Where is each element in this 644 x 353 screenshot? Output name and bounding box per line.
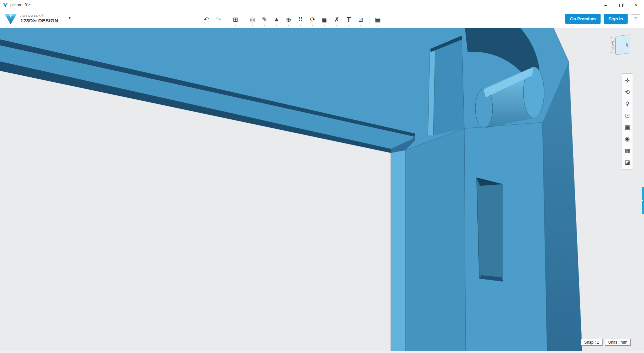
hidden-edges-button[interactable]: ▦ — [622, 145, 633, 156]
model-column-front-face[interactable] — [405, 128, 466, 351]
minimize-button[interactable]: – — [598, 0, 613, 10]
toolbar-separator — [227, 15, 227, 24]
zoom-icon: ⚲ — [625, 100, 629, 107]
window-border-bottom — [0, 351, 644, 353]
undo-button[interactable]: ↶ — [200, 13, 212, 26]
orbit-icon: ⟲ — [625, 89, 630, 96]
model-column-left-face[interactable] — [391, 150, 405, 351]
tools-row: ↶ ↷ ⊞ ◎ ✎ ▲ ⊕ ⠿ ⟳ ▣ ✗ T ⊿ ▤ — [200, 13, 384, 26]
view-cube[interactable]: FRONT TOP — [610, 35, 635, 57]
brand-product: 123D® DESIGN — [20, 18, 58, 23]
tool-snap[interactable]: ✗ — [331, 13, 343, 26]
view-box-button[interactable]: ▣ — [622, 121, 633, 133]
tool-grouping[interactable]: ⟳ — [307, 13, 319, 26]
viewport-canvas[interactable]: FRONT TOP ✛ ⟲ ⚲ ⊡ ▣ ◉ ▦ ◪ Snap : 1 Units… — [0, 28, 644, 351]
tool-modify[interactable]: ⊕ — [283, 13, 295, 26]
undo-icon: ↶ — [204, 16, 209, 23]
hidden-edges-icon: ▦ — [625, 147, 630, 154]
model-post-front-face[interactable] — [433, 36, 464, 135]
sketch-icon: ◎ — [250, 16, 256, 23]
tool-material[interactable]: ▤ — [372, 13, 384, 26]
zoom-button[interactable]: ⚲ — [622, 98, 633, 110]
spline-icon: ✎ — [262, 16, 267, 23]
construct-icon: ▲ — [274, 16, 280, 23]
sign-in-button[interactable]: Sign In — [604, 14, 628, 24]
autodesk-123d-logo-icon — [4, 12, 17, 25]
insert-primitive-button[interactable]: ⊞ — [229, 13, 241, 26]
view-box-icon: ▣ — [625, 124, 630, 131]
view-cube-top-label: TOP — [626, 41, 629, 47]
tool-text[interactable]: T — [343, 13, 355, 26]
toolbar-separator — [369, 15, 369, 24]
view-cube-front-label: FRONT — [611, 40, 614, 51]
tool-pattern[interactable]: ⠿ — [295, 13, 307, 26]
main-menu-caret-icon[interactable]: ▾ — [68, 15, 71, 20]
combine-icon: ▣ — [322, 16, 328, 23]
brand-text: AUTODESK® 123D® DESIGN — [20, 14, 58, 23]
model-slot-hole[interactable] — [477, 178, 503, 282]
material-icon: ▤ — [375, 16, 381, 23]
model-panel-front-face[interactable] — [464, 122, 547, 351]
title-bar: picture_01* – ✕ — [0, 0, 644, 10]
main-toolbar: AUTODESK® 123D® DESIGN ▾ ↶ ↷ ⊞ ◎ ✎ ▲ ⊕ ⠿… — [0, 10, 644, 28]
show-hide-button[interactable]: ◉ — [622, 133, 633, 145]
window-controls: – ✕ — [598, 0, 644, 10]
tool-combine[interactable]: ▣ — [319, 13, 331, 26]
close-icon: ✕ — [635, 3, 638, 8]
zoom-fit-button[interactable]: ⊡ — [622, 110, 633, 121]
collapsed-panel-handle[interactable] — [642, 187, 644, 214]
orbit-button[interactable]: ⟲ — [622, 86, 633, 98]
tool-spline[interactable]: ✎ — [259, 13, 271, 26]
tool-construct[interactable]: ▲ — [271, 13, 283, 26]
snap-icon: ✗ — [334, 16, 339, 23]
redo-icon: ↷ — [216, 16, 221, 23]
navigation-toolbar: ✛ ⟲ ⚲ ⊡ ▣ ◉ ▦ ◪ — [622, 73, 633, 169]
brand-block[interactable]: AUTODESK® 123D® DESIGN — [4, 12, 58, 25]
model-3d[interactable] — [0, 28, 644, 351]
zoom-fit-icon: ⊡ — [625, 112, 630, 119]
grouping-icon: ⟳ — [310, 16, 315, 23]
modify-icon: ⊕ — [286, 16, 291, 23]
app-icon — [3, 2, 8, 8]
restore-button[interactable] — [613, 0, 629, 10]
units-setting[interactable]: Units : mm — [605, 339, 631, 346]
text-icon: T — [347, 16, 351, 23]
minimize-icon: – — [604, 3, 607, 8]
tool-sketch[interactable]: ◎ — [247, 13, 259, 26]
help-button[interactable]: ? — [631, 14, 640, 23]
view-cube-top-face[interactable]: TOP — [616, 34, 630, 55]
restore-icon — [619, 4, 623, 7]
snap-setting[interactable]: Snap : 1 — [581, 339, 603, 346]
status-row: Snap : 1 Units : mm — [581, 339, 631, 346]
redo-button[interactable]: ↷ — [212, 13, 224, 26]
shading-material-icon: ◪ — [625, 159, 630, 166]
toolbar-separator — [244, 15, 244, 24]
shading-material-button[interactable]: ◪ — [622, 156, 633, 168]
close-button[interactable]: ✕ — [629, 0, 644, 10]
pan-icon: ✛ — [625, 77, 630, 84]
toolbar-right-cluster: Go Premium Sign In ? — [565, 14, 640, 24]
document-title: picture_01* — [10, 3, 31, 7]
go-premium-button[interactable]: Go Premium — [565, 14, 600, 24]
eye-icon: ◉ — [625, 135, 630, 142]
view-cube-front-face[interactable]: FRONT — [610, 37, 616, 54]
primitive-icon: ⊞ — [233, 16, 238, 23]
brand-company: AUTODESK® — [20, 14, 58, 17]
pattern-icon: ⠿ — [298, 16, 303, 23]
measure-icon: ⊿ — [358, 16, 363, 23]
tool-measure[interactable]: ⊿ — [355, 13, 367, 26]
pan-button[interactable]: ✛ — [622, 75, 633, 86]
